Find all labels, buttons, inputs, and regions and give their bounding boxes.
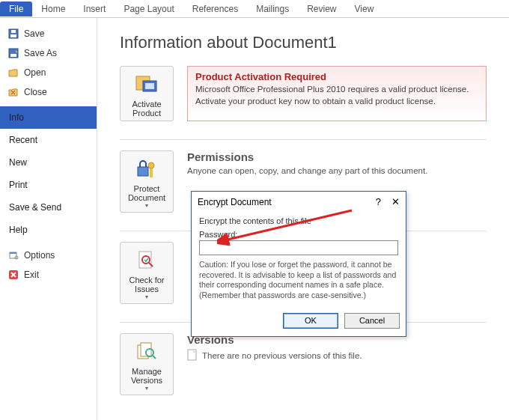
dialog-caution: Caution: If you lose or forget the passw… (199, 260, 398, 301)
lock-key-icon (124, 156, 170, 183)
sidebar-item-save-send[interactable]: Save & Send (0, 196, 97, 219)
tab-review[interactable]: Review (298, 1, 345, 16)
sidebar-item-options[interactable]: Options (0, 246, 97, 265)
chevron-down-icon: ▾ (124, 293, 170, 300)
inspect-icon (124, 247, 170, 274)
svg-point-17 (148, 162, 154, 168)
sidebar-label: Exit (24, 270, 39, 280)
ribbon-tabs: File Home Insert Page Layout References … (0, 0, 509, 18)
sidebar-item-info[interactable]: Info (0, 106, 97, 129)
doc-icon (187, 349, 198, 362)
manage-versions-button[interactable]: Manage Versions ▾ (120, 333, 174, 395)
svg-rect-8 (10, 252, 16, 254)
tab-insert[interactable]: Insert (74, 1, 115, 16)
versions-icon (124, 338, 170, 365)
sidebar-item-open[interactable]: Open (0, 63, 97, 82)
sidebar-item-close[interactable]: Close (0, 82, 97, 102)
activation-text: Microsoft Office Professional Plus 2010 … (195, 84, 478, 107)
svg-rect-16 (138, 167, 148, 176)
svg-rect-4 (10, 54, 16, 57)
tab-home[interactable]: Home (32, 1, 74, 16)
sidebar-item-save[interactable]: Save (0, 24, 97, 43)
sidebar-label: Options (24, 250, 55, 261)
sidebar-label: Save As (24, 48, 57, 58)
dialog-close-button[interactable]: ✕ (391, 196, 400, 207)
permissions-text: Anyone can open, copy, and change any pa… (187, 166, 487, 175)
close-icon (7, 86, 19, 98)
sidebar-item-print[interactable]: Print (0, 174, 97, 196)
svg-rect-15 (145, 83, 154, 89)
dialog-subtitle: Encrypt the contents of this file (199, 216, 398, 225)
open-icon (7, 67, 19, 79)
exit-icon (7, 269, 19, 281)
dialog-help-button[interactable]: ? (376, 196, 381, 207)
permissions-heading: Permissions (187, 150, 487, 163)
backstage-sidebar: Save Save As Open Close Info Recent New … (0, 18, 97, 420)
password-input[interactable] (199, 240, 398, 255)
button-label: Activate Product (124, 100, 170, 118)
cancel-button[interactable]: Cancel (344, 313, 400, 329)
versions-text: There are no previous versions of this f… (202, 351, 362, 360)
activate-icon (124, 71, 170, 98)
svg-rect-2 (11, 30, 16, 33)
button-label: Manage Versions (124, 367, 170, 385)
chevron-down-icon: ▾ (124, 385, 170, 392)
save-as-icon (7, 47, 19, 59)
options-icon (7, 249, 19, 261)
activation-heading: Product Activation Required (195, 71, 478, 82)
check-for-issues-button[interactable]: Check for Issues ▾ (120, 242, 174, 304)
password-label: Password: (199, 230, 398, 239)
svg-rect-26 (188, 350, 196, 360)
sidebar-item-save-as[interactable]: Save As (0, 43, 97, 63)
svg-line-25 (153, 356, 156, 359)
tab-references[interactable]: References (183, 1, 247, 16)
save-icon (7, 28, 19, 40)
chevron-down-icon: ▾ (124, 202, 170, 209)
tab-file[interactable]: File (0, 1, 32, 16)
tab-view[interactable]: View (346, 1, 383, 16)
tab-mailings[interactable]: Mailings (247, 1, 298, 16)
sidebar-label: Save (24, 28, 44, 39)
page-title: Information about Document1 (120, 33, 487, 52)
sidebar-item-recent[interactable]: Recent (0, 129, 97, 151)
sidebar-item-new[interactable]: New (0, 151, 97, 174)
sidebar-label: Close (24, 87, 47, 97)
sidebar-label: Open (24, 67, 46, 78)
button-label: Protect Document (124, 184, 170, 202)
sidebar-item-help[interactable]: Help (0, 219, 97, 241)
activate-product-button[interactable]: Activate Product (120, 66, 174, 121)
protect-document-button[interactable]: Protect Document ▾ (120, 150, 174, 213)
tab-page-layout[interactable]: Page Layout (115, 1, 183, 16)
svg-rect-18 (150, 168, 153, 177)
svg-rect-1 (10, 34, 16, 37)
ok-button[interactable]: OK (283, 313, 338, 329)
encrypt-document-dialog: Encrypt Document ? ✕ Encrypt the content… (191, 191, 406, 337)
dialog-title: Encrypt Document (198, 197, 272, 207)
sidebar-item-exit[interactable]: Exit (0, 265, 97, 284)
button-label: Check for Issues (124, 276, 170, 293)
